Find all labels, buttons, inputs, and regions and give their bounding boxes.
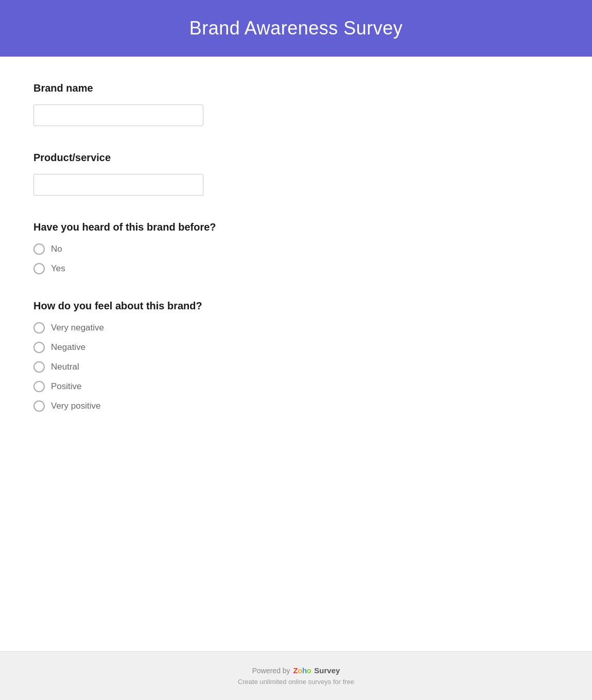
feeling-positive-radio[interactable] bbox=[33, 381, 45, 392]
question-heard-before: Have you heard of this brand before? No … bbox=[33, 221, 559, 274]
heard-before-yes[interactable]: Yes bbox=[33, 263, 559, 274]
heard-before-no-radio[interactable] bbox=[33, 243, 45, 255]
feeling-neutral-label: Neutral bbox=[51, 362, 79, 372]
heard-before-yes-radio[interactable] bbox=[33, 263, 45, 274]
brand-name-label: Brand name bbox=[33, 82, 559, 94]
feeling-negative-label: Negative bbox=[51, 342, 85, 353]
survey-header: Brand Awareness Survey bbox=[0, 0, 592, 57]
feeling-positive-label: Positive bbox=[51, 381, 82, 392]
question-brand-feeling: How do you feel about this brand? Very n… bbox=[33, 300, 559, 412]
zoho-logo: Zoho bbox=[293, 666, 311, 675]
footer-subtext: Create unlimited online surveys for free bbox=[10, 678, 582, 686]
survey-main: Brand name Product/service Have you hear… bbox=[0, 57, 592, 651]
question-brand-name: Brand name bbox=[33, 82, 559, 126]
feeling-negative-radio[interactable] bbox=[33, 342, 45, 353]
feeling-neutral-radio[interactable] bbox=[33, 361, 45, 373]
powered-by-row: Powered by Zoho Survey bbox=[10, 666, 582, 675]
product-service-input[interactable] bbox=[33, 174, 203, 196]
feeling-very-negative[interactable]: Very negative bbox=[33, 322, 559, 334]
powered-by-text: Powered by bbox=[252, 667, 290, 675]
product-service-label: Product/service bbox=[33, 152, 559, 164]
feeling-negative[interactable]: Negative bbox=[33, 342, 559, 353]
zoho-o2: o bbox=[307, 666, 311, 675]
feeling-very-negative-radio[interactable] bbox=[33, 322, 45, 334]
question-product-service: Product/service bbox=[33, 152, 559, 196]
feeling-very-positive-label: Very positive bbox=[51, 401, 100, 411]
feeling-very-negative-label: Very negative bbox=[51, 323, 104, 333]
heard-before-options: No Yes bbox=[33, 243, 559, 274]
feeling-very-positive-radio[interactable] bbox=[33, 400, 45, 412]
feeling-very-positive[interactable]: Very positive bbox=[33, 400, 559, 412]
survey-brand-text: Survey bbox=[314, 666, 340, 675]
survey-title: Brand Awareness Survey bbox=[189, 18, 403, 39]
feeling-neutral[interactable]: Neutral bbox=[33, 361, 559, 373]
zoho-h: h bbox=[302, 666, 307, 675]
zoho-z: Z bbox=[293, 666, 298, 675]
zoho-o1: o bbox=[298, 666, 302, 675]
brand-feeling-label: How do you feel about this brand? bbox=[33, 300, 559, 312]
brand-name-input[interactable] bbox=[33, 104, 203, 126]
heard-before-no[interactable]: No bbox=[33, 243, 559, 255]
survey-footer: Powered by Zoho Survey Create unlimited … bbox=[0, 651, 592, 700]
heard-before-yes-label: Yes bbox=[51, 264, 65, 274]
brand-feeling-options: Very negative Negative Neutral Positive … bbox=[33, 322, 559, 412]
heard-before-label: Have you heard of this brand before? bbox=[33, 221, 559, 233]
heard-before-no-label: No bbox=[51, 244, 62, 254]
feeling-positive[interactable]: Positive bbox=[33, 381, 559, 392]
